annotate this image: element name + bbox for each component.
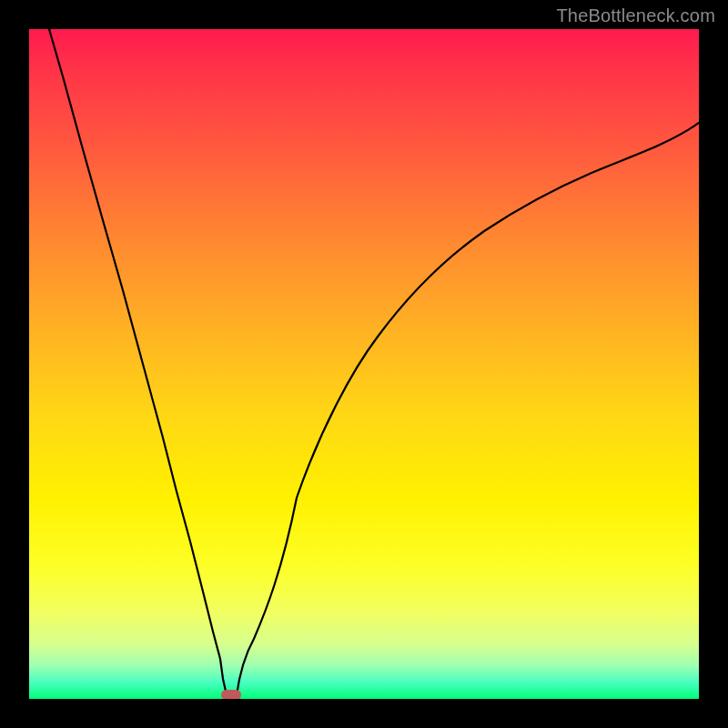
chart-frame: TheBottleneck.com bbox=[0, 0, 728, 728]
min-marker bbox=[221, 690, 241, 699]
plot-area bbox=[29, 29, 699, 699]
curve-layer bbox=[29, 29, 699, 699]
curve-left-branch bbox=[49, 29, 227, 695]
curve-right-branch bbox=[237, 123, 699, 695]
watermark-text: TheBottleneck.com bbox=[556, 5, 715, 26]
